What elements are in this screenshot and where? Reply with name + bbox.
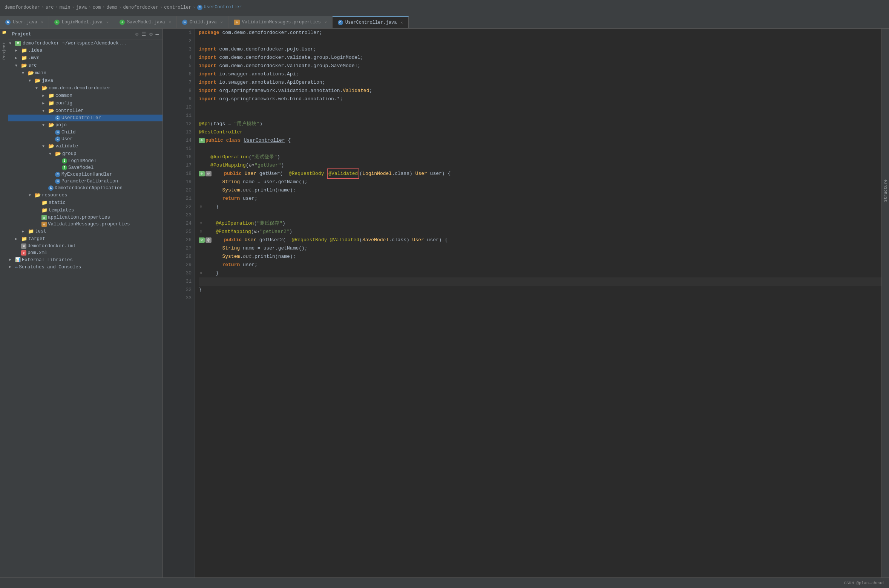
tree-resources[interactable]: ▼ 📂 resources (8, 191, 162, 199)
tree-label: External Libraries (22, 257, 73, 263)
code-line-19: String name = user.getName(); (199, 178, 881, 186)
class-demoapp-icon: C (48, 185, 54, 191)
folder-group-icon: 📂 (55, 151, 61, 157)
tab-close-child-icon[interactable]: ✕ (221, 20, 223, 24)
tab-user-java[interactable]: C User.java ✕ (0, 16, 49, 28)
breadcrumb-java[interactable]: java (76, 5, 87, 10)
line-numbers: 1 2 3 4 5 6 7 8 9 10 11 12 13 14 15 16 1… (174, 29, 195, 577)
tree-validationmessages-props[interactable]: ⚙ ValidationMessages.properties (8, 221, 162, 228)
class-myexceptionhandler-icon: C (55, 172, 60, 177)
tree-validate[interactable]: ▼ 📂 validate (8, 142, 162, 150)
tab-close-validation-icon[interactable]: ✕ (325, 20, 327, 24)
tree-test[interactable]: ► 📁 test (8, 228, 162, 235)
tab-close-icon[interactable]: ✕ (41, 20, 43, 24)
settings-icon[interactable]: ⚙ (149, 31, 152, 37)
tree-external-libraries[interactable]: ► 📊 External Libraries (8, 256, 162, 263)
tree-demofordockerapplication[interactable]: C DemofordockerApplication (8, 185, 162, 191)
breadcrumb-demofordocker2[interactable]: demofordocker (123, 5, 159, 10)
breadcrumb-com[interactable]: com (93, 5, 101, 10)
breadcrumb-demo[interactable]: demo (106, 5, 117, 10)
breadcrumb-controller[interactable]: controller (164, 5, 191, 10)
code-line-7: import io.swagger.annotations.ApiOperati… (199, 78, 881, 87)
tree-common[interactable]: ► 📁 common (8, 92, 162, 100)
tab-child-icon: C (182, 20, 187, 25)
spring-method-icon: ⚙ (199, 171, 205, 176)
structure-label[interactable]: Structure (883, 179, 888, 202)
tree-label: src (28, 63, 37, 68)
code-line-26: ⚙ @ public User getUser2( @RequestBody @… (199, 236, 881, 244)
tree-arrow: ▼ (29, 79, 35, 83)
tree-label: com.demo.demofordocker (49, 86, 111, 91)
spring-gutter-icon: ⚙ (199, 138, 205, 143)
folder-common-icon: 📁 (48, 93, 54, 99)
class-icon: C (197, 5, 202, 10)
tree-label: UserController (61, 115, 101, 121)
tree-arrow: ▼ (9, 41, 15, 46)
tab-usercontroller-icon: C (338, 20, 343, 25)
tree-savemodel[interactable]: I SaveModel (8, 164, 162, 171)
tree-label: pojo (55, 122, 67, 128)
tree-pojo[interactable]: ▼ 📂 pojo (8, 121, 162, 129)
code-line-18: ⚙ @ public User getUser( @RequestBody @V… (199, 170, 881, 178)
folder-test-icon: 📁 (28, 228, 34, 234)
tree-loginmodel[interactable]: I LoginModel (8, 158, 162, 164)
tab-loginmodel-java[interactable]: I LoginModel.java ✕ (49, 16, 114, 28)
project-strip-icon: 📁 (2, 30, 6, 35)
tree-label: group (62, 151, 77, 156)
breadcrumb-usercontroller[interactable]: CUserController (197, 5, 242, 10)
code-line-10 (199, 103, 881, 112)
tree-com-demo[interactable]: ▼ 📂 com.demo.demofordocker (8, 84, 162, 92)
tab-loginmodel-icon: I (54, 20, 60, 25)
tree-pom-xml[interactable]: X pom.xml (8, 250, 162, 256)
project-strip-label[interactable]: Project (2, 42, 6, 60)
minimize-icon[interactable]: — (156, 31, 159, 37)
xml-icon: X (21, 250, 26, 256)
main-layout: 📁 Project Project ⊕ ☰ ⚙ — ▼ M demofordoc… (0, 29, 889, 577)
tree-label: LoginModel (68, 158, 97, 164)
tree-label: ValidationMessages.properties (48, 222, 130, 227)
tree-demofordocker-iml[interactable]: M demofordocker.iml (8, 243, 162, 250)
tree-parametercalibration[interactable]: C ParameterCalibration (8, 178, 162, 185)
tree-application-props[interactable]: a application.properties (8, 214, 162, 221)
tree-src[interactable]: ▼ 📂 src (8, 62, 162, 69)
folder-templates-icon: 📁 (41, 207, 48, 213)
tree-mvn[interactable]: ► 📁 .mvn (8, 54, 162, 62)
breadcrumb-main[interactable]: main (60, 5, 71, 10)
breadcrumb-demofordocker[interactable]: demofordocker (5, 5, 40, 10)
breadcrumb-src[interactable]: src (46, 5, 54, 10)
tree-usercontroller[interactable]: C UserController (8, 115, 162, 121)
tree-controller[interactable]: ▼ 📂 controller (8, 107, 162, 115)
tab-child-java[interactable]: C Child.java ✕ (177, 16, 228, 28)
tree-myexceptionhandler[interactable]: C MyExceptionHandler (8, 171, 162, 178)
tree-idea[interactable]: ► 📁 .idea (8, 47, 162, 54)
project-sidebar: Project ⊕ ☰ ⚙ — ▼ M demofordocker ~/work… (8, 29, 163, 577)
code-line-14: ⚙ public class UserController { (199, 136, 881, 145)
tree-child[interactable]: C Child (8, 129, 162, 136)
tree-static[interactable]: 📁 static (8, 199, 162, 207)
tab-bar: C User.java ✕ I LoginModel.java ✕ I Save… (0, 15, 889, 29)
tree-scratches[interactable]: ► ✏ Scratches and Consoles (8, 263, 162, 271)
tree-demofordocker[interactable]: ▼ M demofordocker ~/workspace/demodock..… (8, 40, 162, 47)
tab-validationmessages[interactable]: ⚙ ValidationMessages.properties ✕ (228, 16, 333, 28)
tree-user[interactable]: C User (8, 136, 162, 142)
tab-close-loginmodel-icon[interactable]: ✕ (106, 20, 109, 24)
tree-config[interactable]: ► 📁 config (8, 100, 162, 107)
collapse-all-icon[interactable]: ☰ (141, 31, 146, 37)
tree-main[interactable]: ▼ 📂 main (8, 69, 162, 77)
tree-target[interactable]: ► 📁 target (8, 235, 162, 243)
locate-icon[interactable]: ⊕ (135, 31, 138, 37)
code-line-15 (199, 145, 881, 153)
sidebar-header: Project ⊕ ☰ ⚙ — (8, 29, 162, 40)
tree-group[interactable]: ▼ 📂 group (8, 150, 162, 158)
tree-templates[interactable]: 📁 templates (8, 207, 162, 214)
tree-java[interactable]: ▼ 📂 java (8, 77, 162, 84)
code-line-28: System.out.println(name); (199, 253, 881, 261)
tree-label: test (35, 229, 46, 234)
tab-savemodel-java[interactable]: I SaveModel.java ✕ (114, 16, 177, 28)
code-editor[interactable]: package com.demo.demofordocker.controlle… (195, 29, 881, 577)
tab-close-savemodel-icon[interactable]: ✕ (169, 20, 171, 24)
tab-usercontroller-java[interactable]: C UserController.java ✕ (333, 16, 409, 28)
tab-close-usercontroller-icon[interactable]: ✕ (401, 20, 403, 25)
code-line-17: @PostMapping(☯▾"getUser") (199, 161, 881, 170)
tree-arrow: ▼ (42, 144, 48, 149)
